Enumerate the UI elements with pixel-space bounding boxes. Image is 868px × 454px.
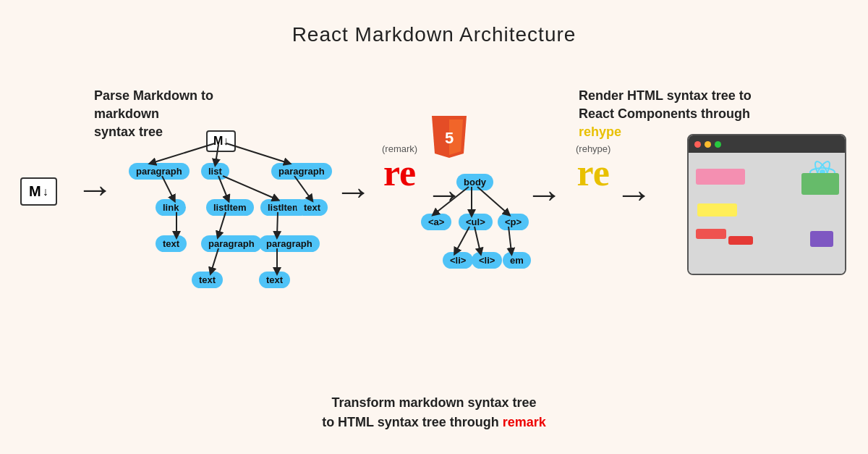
box-pink — [696, 169, 745, 185]
node-text-para-right: text — [297, 199, 328, 216]
browser-body — [689, 153, 845, 274]
browser-titlebar — [689, 135, 845, 153]
node-link: link — [156, 199, 186, 216]
box-purple — [810, 231, 833, 247]
svg-line-0 — [152, 143, 215, 163]
box-yellow — [697, 203, 737, 217]
rehype-box: (rehype) re — [576, 143, 610, 192]
page-title: React Markdown Architecture — [0, 0, 868, 46]
node-li-2: <li> — [472, 252, 502, 269]
svg-line-20 — [509, 227, 511, 252]
box-green — [801, 173, 839, 195]
md-tree-root-icon: M↓ — [206, 130, 236, 152]
arrow-4: → — [525, 172, 563, 216]
svg-text:5: 5 — [445, 129, 454, 147]
arrow-2: → — [334, 172, 372, 210]
remark-box: (remark) re — [382, 143, 417, 192]
node-body: body — [456, 174, 493, 190]
svg-line-5 — [223, 176, 276, 199]
label-transform: Transform markdown syntax tree to HTML s… — [322, 393, 546, 432]
dot-red — [694, 141, 701, 148]
node-li-1: <li> — [443, 252, 473, 269]
node-paragraph-1: paragraph — [129, 163, 190, 180]
node-p: <p> — [498, 214, 529, 230]
svg-line-18 — [456, 227, 469, 252]
node-listitem-1: listItem — [206, 199, 254, 216]
node-ul: <ul> — [459, 214, 493, 230]
dot-green — [715, 141, 721, 148]
dot-yellow — [705, 141, 711, 148]
svg-line-19 — [475, 227, 480, 252]
node-paragraph-4: paragraph — [259, 235, 320, 252]
node-a: <a> — [421, 214, 451, 230]
markdown-input-icon: M↓ — [20, 177, 57, 206]
svg-line-17 — [477, 187, 508, 214]
node-paragraph-3: paragraph — [201, 235, 262, 252]
node-em: em — [503, 252, 531, 269]
arrow-1: → — [76, 170, 114, 208]
node-paragraph-2: paragraph — [271, 163, 332, 180]
browser-window — [687, 134, 846, 275]
diagram-area: Parse Markdown to markdown syntax tree R… — [0, 65, 868, 454]
box-red-2 — [728, 236, 753, 245]
node-list: list — [201, 163, 229, 180]
node-text-1: text — [156, 235, 187, 252]
node-text-3: text — [259, 272, 290, 288]
box-red-1 — [696, 229, 726, 239]
html5-icon: 5 — [430, 116, 468, 159]
node-text-2: text — [192, 272, 223, 288]
arrow-5: → — [615, 172, 652, 216]
